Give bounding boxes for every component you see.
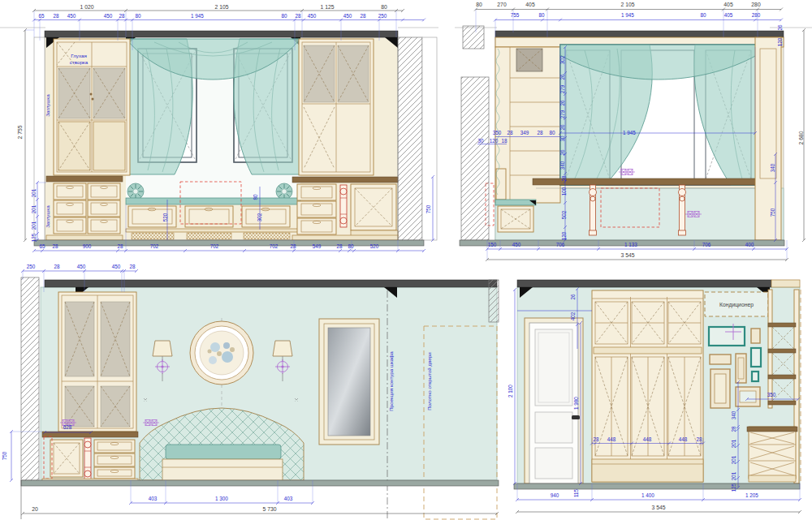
- dim-label: 80: [381, 4, 387, 10]
- dim-label: 80: [135, 13, 141, 19]
- wall-section-hatch: [21, 277, 39, 480]
- dim-label: 125: [31, 233, 37, 242]
- dim-label: 2 105: [214, 4, 228, 10]
- dim-label: 150: [488, 242, 497, 247]
- dim-label: 450: [67, 13, 76, 19]
- dim-label: 349: [520, 130, 529, 135]
- dim-label: 1 020: [80, 4, 93, 10]
- floor: [460, 240, 784, 246]
- dim-label: 65: [38, 13, 45, 19]
- dim-label: 28: [129, 264, 136, 269]
- dim-label: 402: [570, 312, 576, 320]
- floor: [34, 240, 424, 246]
- dim-label: 28: [336, 243, 343, 249]
- dim-label: 125: [731, 483, 736, 492]
- cornice: [495, 31, 784, 37]
- dim-label: 405: [724, 12, 733, 18]
- turned-column: [340, 185, 347, 227]
- dim-label: 80: [476, 2, 482, 7]
- counter-left: [46, 176, 123, 240]
- dim-label: 80: [348, 243, 354, 249]
- mirror: [319, 319, 379, 445]
- dim-label: 1 125: [320, 4, 334, 10]
- dim-label: 1 400: [641, 492, 654, 498]
- dim-label: 450: [77, 264, 86, 269]
- dim-label: 520: [370, 243, 379, 249]
- dim-label: 30: [477, 138, 484, 144]
- dim-label: 120: [777, 37, 783, 46]
- dim-label: 270: [497, 2, 507, 7]
- wall-section-hatch: [461, 77, 489, 240]
- dim-label: 26: [559, 100, 565, 106]
- cornice-right: [771, 280, 800, 287]
- dim-label: 250: [378, 13, 387, 19]
- dim-label: 302: [257, 213, 262, 221]
- elevation-window-wall-side: 802704052 105405280755801 94580405280261…: [455, 2, 812, 261]
- bed-base: [162, 459, 283, 480]
- elevation-window-wall: 1 0202 1051 12580652845045028801 9458028…: [0, 4, 438, 252]
- dim-label: 280: [752, 12, 761, 18]
- dim-label: 280: [751, 2, 761, 7]
- dim-label: 750: [425, 204, 431, 213]
- dim-label: 1 945: [191, 13, 204, 19]
- elevation-sheet: 1 0202 1051 12580652845045028801 9458028…: [0, 0, 812, 520]
- dim-label: 28: [507, 130, 513, 135]
- dim-label: 340: [559, 161, 565, 170]
- dim-label: 1 945: [621, 12, 634, 18]
- dim-label: 80: [700, 12, 706, 18]
- dim-label: 1 133: [624, 242, 637, 247]
- window-seat-bench: [126, 198, 300, 239]
- cabinet-lower-right: [747, 427, 797, 482]
- dim-label: 2 105: [620, 2, 634, 7]
- floor: [21, 480, 499, 486]
- dim-label: 80: [538, 12, 545, 18]
- picture-frame-teal: [709, 327, 745, 346]
- dim-label: 450: [512, 242, 521, 247]
- annotation-label: Глухая: [71, 53, 87, 58]
- dim-label: 28: [290, 243, 296, 249]
- dim-label: 250: [27, 264, 36, 269]
- dim-label: 2 100: [508, 385, 513, 398]
- dim-label: 26: [777, 24, 783, 31]
- cabinet-left-upper: [54, 39, 130, 175]
- dim-label: 448: [643, 436, 652, 442]
- dim-label: 28: [52, 243, 58, 249]
- dim-label: 450: [112, 264, 121, 269]
- floor: [514, 483, 800, 489]
- dim-label: 201: [731, 471, 736, 480]
- dim-label: 405: [525, 2, 535, 7]
- dim-label: 403: [149, 496, 158, 501]
- dim-label: 706: [556, 242, 565, 247]
- dim-label: 448: [607, 436, 616, 442]
- dim-label: 18: [501, 138, 508, 144]
- dim-label: 80: [549, 130, 555, 135]
- annotation-label: Заглушка: [45, 94, 50, 117]
- dim-label: 28: [54, 264, 60, 269]
- dim-label: 755: [511, 12, 520, 18]
- dim-label: 405: [723, 2, 733, 7]
- dim-label: 26: [559, 149, 565, 156]
- dim-label: 26: [559, 124, 565, 131]
- dim-label: 28: [696, 436, 702, 442]
- dim-label: 201: [31, 204, 37, 213]
- cornice: [517, 280, 771, 287]
- dim-label: 549: [313, 243, 322, 249]
- rosette-right: [276, 183, 292, 200]
- dim-label: 28: [295, 13, 301, 19]
- dim-label: 450: [308, 13, 317, 19]
- dim-label: 279: [559, 84, 565, 93]
- dim-label: 65: [39, 243, 45, 249]
- dim-label: 120: [490, 138, 499, 144]
- dim-label: 26: [559, 74, 565, 80]
- wall-section-hatch-right: [489, 280, 499, 322]
- dim-label: 502: [561, 210, 567, 219]
- dim-label: 28: [593, 436, 599, 442]
- dim-label: 80: [281, 13, 287, 19]
- dim-label: 520: [162, 213, 168, 221]
- dim-label: 702: [210, 243, 219, 249]
- drawing-canvas: 1 0202 1051 12580652845045028801 9458028…: [0, 0, 812, 520]
- dim-label: 20: [32, 506, 38, 512]
- dim-label: 3 545: [620, 252, 634, 258]
- cabinet-right-upper: [299, 39, 374, 175]
- dim-label: 115: [573, 488, 579, 497]
